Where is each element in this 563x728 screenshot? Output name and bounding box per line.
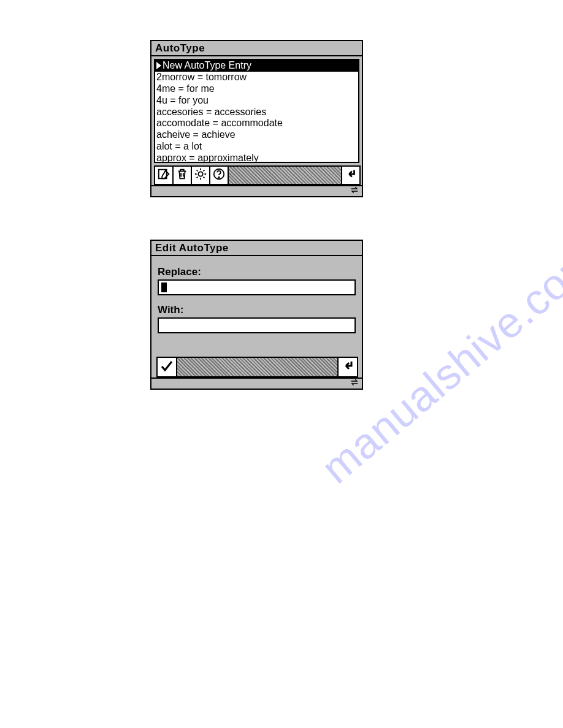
help-icon [212, 167, 226, 183]
back-arrow-icon [344, 167, 358, 183]
toolbar-spacer [228, 165, 342, 185]
autotype-list[interactable]: New AutoType Entry 2morrow = tomorrow 4m… [154, 59, 359, 163]
list-row-label: New AutoType Entry [163, 60, 251, 70]
svg-point-3 [218, 177, 219, 178]
ok-button[interactable] [156, 357, 177, 377]
text-cursor-icon [161, 282, 167, 292]
trash-icon [175, 167, 189, 183]
with-input[interactable] [158, 317, 356, 333]
replace-input[interactable] [158, 279, 356, 295]
list-item[interactable]: alot = a lot [155, 141, 358, 153]
svg-point-1 [198, 172, 202, 176]
edit-icon [157, 167, 170, 183]
check-icon [159, 358, 174, 376]
settings-button[interactable] [191, 165, 210, 185]
autotype-statusbar [151, 185, 362, 196]
with-label: With: [158, 304, 356, 316]
list-item[interactable]: accesories = accessories [155, 107, 358, 118]
back-button[interactable] [341, 165, 361, 185]
back-arrow-icon [340, 358, 355, 376]
sync-icon [350, 378, 359, 389]
autotype-toolbar [154, 165, 359, 185]
back-button[interactable] [337, 357, 358, 377]
delete-button[interactable] [172, 165, 192, 185]
replace-label: Replace: [158, 266, 356, 278]
list-item[interactable]: 2morrow = tomorrow [155, 72, 358, 83]
autotype-window: AutoType New AutoType Entry 2morrow = to… [150, 40, 363, 197]
list-item[interactable]: 4u = for you [155, 95, 358, 107]
edit-autotype-title: Edit AutoType [151, 241, 362, 256]
sync-icon [350, 186, 359, 197]
autotype-new-entry[interactable]: New AutoType Entry [155, 60, 358, 72]
edit-statusbar [151, 377, 362, 389]
help-button[interactable] [209, 165, 229, 185]
list-item[interactable]: approx = approximately [155, 153, 358, 163]
gear-icon [194, 167, 207, 183]
edit-autotype-window: Edit AutoType Replace: With: [150, 240, 363, 390]
list-item[interactable]: 4me = for me [155, 83, 358, 95]
autotype-title: AutoType [151, 41, 362, 56]
selection-caret-icon [156, 62, 161, 69]
list-item[interactable]: accomodate = accommodate [155, 118, 358, 129]
toolbar-spacer [176, 357, 339, 377]
edit-button[interactable] [154, 165, 174, 185]
list-item[interactable]: acheive = achieve [155, 129, 358, 141]
edit-toolbar [156, 357, 357, 377]
